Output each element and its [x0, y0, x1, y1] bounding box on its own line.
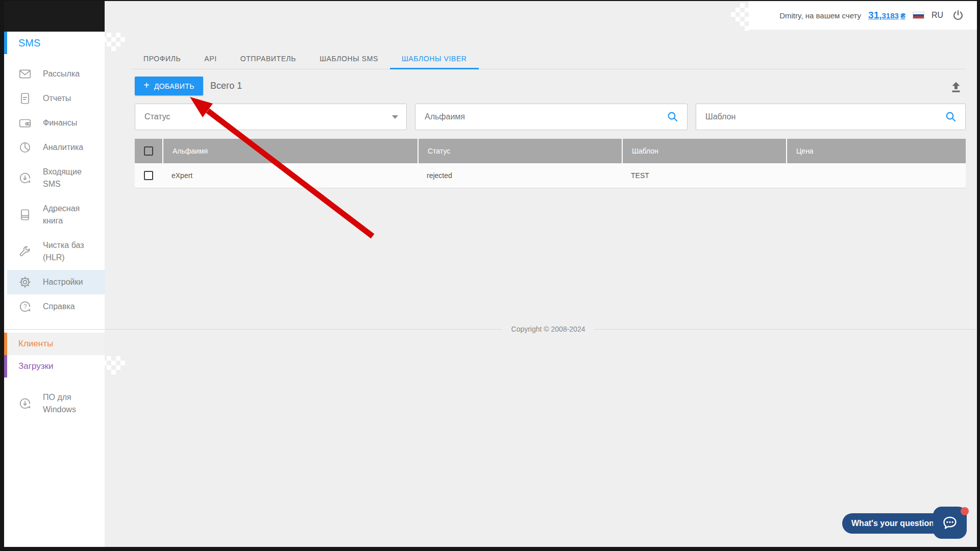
pie-chart-icon: [18, 141, 32, 154]
currency-symbol: ₴: [900, 11, 905, 20]
window-frame: [977, 0, 980, 551]
sidebar-item-label: Входящие SMS: [43, 166, 89, 190]
export-button[interactable]: [946, 78, 966, 97]
app-window: Dmitry, на вашем счету 31,3183₴ RU SMS Р…: [0, 0, 980, 551]
cell-template: TEST: [622, 163, 786, 188]
sms-section-label: SMS: [18, 37, 40, 49]
select-all-checkbox[interactable]: [144, 146, 153, 156]
add-button-label: ДОБАВИТЬ: [154, 82, 194, 90]
copyright-text: Copyright © 2008-2024: [502, 325, 595, 333]
tab-shablony-viber[interactable]: ШАБЛОНЫ VIBER: [390, 48, 479, 69]
sidebar-item-rassylka[interactable]: Рассылка: [4, 62, 105, 86]
sidebar-item-po-dlya-windows[interactable]: ПО для Windows: [4, 385, 105, 422]
user-panel: Dmitry, на вашем счету 31,3183₴ RU: [749, 1, 977, 30]
chat-prompt-bubble[interactable]: What's your question?: [842, 513, 948, 534]
status-filter-value: Статус: [144, 112, 392, 121]
balance-major: 31,: [868, 10, 881, 20]
tab-profil[interactable]: ПРОФИЛЬ: [132, 48, 192, 69]
sidebar-section-zagruzki[interactable]: Загрузки: [4, 355, 105, 378]
chat-prompt-text: What's your question?: [851, 519, 939, 528]
sidebar-item-label: ПО для Windows: [43, 391, 89, 416]
sidebar-item-analitika[interactable]: Аналитика: [4, 135, 105, 160]
sidebar-item-label: Чистка баз (HLR): [43, 239, 92, 264]
wallet-icon: [18, 116, 32, 130]
sidebar-item-label: Финансы: [43, 117, 77, 129]
sidebar-item-vhodyashie-sms[interactable]: Входящие SMS: [4, 160, 105, 196]
sidebar-item-label: Справка: [43, 300, 75, 313]
sidebar-item-chistka-baz[interactable]: Чистка баз (HLR): [4, 233, 105, 270]
alphaname-filter: [415, 104, 688, 130]
tab-otpravitel[interactable]: ОТПРАВИТЕЛЬ: [229, 48, 308, 69]
user-greeting: Dmitry, на вашем счету: [779, 11, 861, 20]
template-filter-input[interactable]: [705, 112, 945, 121]
column-header-status[interactable]: Статус: [418, 139, 622, 163]
tab-bar: ПРОФИЛЬ API ОТПРАВИТЕЛЬ ШАБЛОНЫ SMS ШАБЛ…: [132, 48, 479, 69]
language-selector[interactable]: RU: [932, 11, 943, 20]
logout-button[interactable]: [950, 8, 966, 23]
add-button[interactable]: + ДОБАВИТЬ: [135, 77, 203, 95]
envelope-icon: [18, 67, 32, 81]
topbar-logo-area: [0, 0, 105, 32]
sidebar-item-nastroyki[interactable]: Настройки: [7, 270, 105, 294]
cell-price: [786, 163, 966, 188]
sidebar-item-otchety[interactable]: Отчеты: [4, 86, 105, 111]
sidebar-section-sms[interactable]: SMS: [4, 32, 105, 54]
cell-alphaname: eXpert: [162, 163, 418, 188]
sidebar-item-label: Адресная книга: [43, 203, 89, 227]
window-frame: [0, 0, 4, 551]
status-filter-select[interactable]: Статус: [135, 104, 407, 130]
address-book-icon: [18, 208, 32, 221]
pixel-decor: [731, 3, 754, 31]
column-header-price[interactable]: Цена: [786, 139, 966, 163]
downloads-section-label: Загрузки: [18, 361, 53, 371]
column-header-template[interactable]: Шаблон: [622, 139, 786, 163]
alphaname-filter-input[interactable]: [425, 112, 667, 121]
row-checkbox[interactable]: [144, 171, 153, 180]
chevron-down-icon: [392, 115, 398, 119]
cell-status: rejected: [418, 163, 622, 188]
balance-minor: 3183: [882, 11, 899, 20]
gear-icon: [18, 276, 32, 289]
notification-dot: [961, 507, 969, 515]
table-row[interactable]: eXpert rejected TEST: [135, 163, 966, 188]
power-icon: [952, 9, 964, 21]
window-frame: [0, 0, 980, 1]
window-frame: [0, 547, 980, 551]
templates-table: Альфаимя Статус Шаблон Цена eXpert rejec…: [135, 139, 966, 188]
ru-flag-icon[interactable]: [913, 12, 924, 19]
pixel-decor: [102, 356, 125, 384]
chat-icon: [940, 513, 960, 533]
download-icon: [18, 397, 32, 410]
tab-shablony-sms[interactable]: ШАБЛОНЫ SMS: [308, 48, 390, 69]
plus-icon: +: [143, 80, 150, 91]
sidebar-item-spravka[interactable]: ? Справка: [4, 294, 105, 319]
sidebar-item-label: Аналитика: [43, 141, 83, 154]
report-icon: [18, 92, 32, 105]
pixel-decor: [102, 33, 125, 60]
table-header-row: Альфаимя Статус Шаблон Цена: [135, 139, 966, 163]
upload-icon: [949, 81, 963, 94]
incoming-sms-icon: [18, 171, 32, 185]
wrench-icon: [18, 245, 32, 258]
sidebar-item-label: Рассылка: [43, 68, 80, 80]
clients-section-label: Клиенты: [18, 339, 53, 349]
sidebar-item-finansy[interactable]: Финансы: [4, 111, 105, 135]
divider: [4, 329, 977, 330]
total-count-label: Всего 1: [210, 77, 242, 95]
sidebar-item-label: Отчеты: [43, 92, 71, 105]
search-icon[interactable]: [945, 111, 957, 123]
search-icon[interactable]: [667, 111, 679, 123]
sidebar-section-klienty[interactable]: Клиенты: [4, 333, 105, 355]
balance-link[interactable]: 31,3183₴: [868, 10, 905, 21]
template-filter: [696, 104, 966, 130]
help-icon: ?: [18, 300, 32, 313]
sidebar-item-label: Настройки: [43, 276, 83, 288]
sidebar-item-adresnaya-kniga[interactable]: Адресная книга: [4, 196, 105, 233]
column-header-alphaname[interactable]: Альфаимя: [162, 139, 418, 163]
tab-api[interactable]: API: [192, 48, 228, 69]
svg-text:?: ?: [23, 303, 27, 310]
